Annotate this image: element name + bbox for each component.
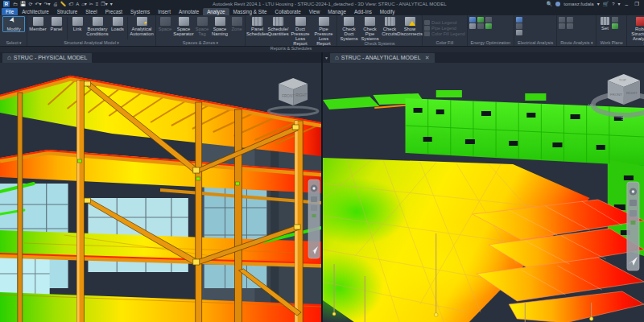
tag-icon[interactable]: 🏷 (68, 2, 73, 6)
user-menu-chevron-icon[interactable]: ▾ (597, 2, 600, 6)
ribbon-tab-modify[interactable]: Modify (376, 8, 399, 15)
restore-button[interactable]: ❐ (633, 1, 641, 7)
switch-windows-icon[interactable]: ❐▾ (101, 2, 107, 6)
user-name[interactable]: tomasz.fudala (564, 2, 593, 6)
orbit-icon[interactable] (312, 214, 316, 217)
check-duct-systems-button[interactable]: Check Duct Systems (339, 16, 359, 41)
help-chevron-icon[interactable]: ▾ (618, 2, 621, 6)
multiple-paths-icon[interactable] (567, 17, 573, 23)
generate-icon[interactable] (477, 17, 484, 23)
orbit-icon-2[interactable] (630, 221, 635, 225)
navigation-bar-physical[interactable] (308, 180, 320, 258)
check-pipe-systems-button[interactable]: Check Pipe Systems (360, 16, 380, 41)
ribbon-tab-steel[interactable]: Steel (81, 8, 101, 15)
tab-struc-analytical-model[interactable]: ⌂ STRUC - ANALYTICAL MODEL ✕ (330, 53, 435, 63)
route-settings-icon[interactable] (567, 23, 573, 29)
save-icon[interactable]: 💾 (20, 2, 27, 6)
member-button[interactable]: Member (29, 16, 47, 31)
panel-structural-label[interactable]: Structural Analysis (629, 41, 644, 47)
panel-workplane-label[interactable]: Work Plane (598, 40, 624, 46)
revit-logo-icon[interactable]: R (3, 1, 10, 7)
electrical-settings-icon[interactable] (516, 17, 522, 23)
systems-analysis-icon[interactable] (477, 23, 484, 29)
optimize-icon[interactable] (485, 17, 492, 23)
ribbon-tab-addins[interactable]: Add-Ins (350, 8, 376, 15)
ribbon-tab-structure[interactable]: Structure (53, 8, 82, 15)
zoom-icon[interactable] (311, 205, 317, 211)
panel-electrical-label[interactable]: Electrical Analysis (516, 40, 555, 46)
viewcube-right-face-2[interactable]: RIGHT (626, 91, 638, 95)
boundary-conditions-button[interactable]: Boundary Conditions (86, 16, 109, 36)
ribbon-tab-analyze[interactable]: Analyze (203, 8, 229, 15)
panel-energy-label[interactable]: Energy Optimization (469, 40, 513, 46)
check-circuits-button[interactable]: Check Circuits (381, 16, 398, 36)
redo-icon[interactable]: ↷▾ (44, 2, 51, 6)
viewer-icon[interactable] (612, 23, 618, 29)
viewcube-front-face-2[interactable]: FRONT (610, 93, 623, 97)
help-icon[interactable]: ? (612, 2, 614, 6)
analytical-model-canvas[interactable]: W S TOP FRONT RIGHT (323, 63, 644, 322)
customize-qat-icon[interactable]: ▾ (110, 2, 113, 6)
physical-model-canvas[interactable]: FRONT RIGHT (0, 63, 321, 322)
sync-icon[interactable]: ⟳ (29, 2, 33, 6)
pipe-pressure-loss-report-button[interactable]: Pipe Pressure Loss Report (312, 16, 335, 46)
panel-select-label[interactable]: Select (2, 40, 25, 46)
ribbon-tab-insert[interactable]: Insert (154, 8, 175, 15)
panel-check-label[interactable]: Check Systems (339, 41, 420, 47)
section-icon[interactable]: ✂ (89, 2, 93, 6)
panel-route-label[interactable]: Route Analysis (559, 40, 594, 46)
panel-schedules-button[interactable]: Panel Schedules (247, 16, 267, 36)
ribbon-tab-view[interactable]: View (305, 8, 324, 15)
show-work-plane-icon[interactable] (612, 17, 618, 23)
set-work-plane-button[interactable]: Set (598, 16, 611, 31)
viewcube-top-face[interactable]: TOP (619, 78, 626, 82)
power-analytical-icon[interactable] (516, 30, 522, 35)
load-analysis-icon[interactable] (516, 23, 522, 29)
compass-west[interactable]: W (588, 103, 593, 108)
space-separator-button[interactable]: Space Separator (173, 16, 194, 36)
user-avatar[interactable] (555, 2, 560, 6)
modify-button[interactable]: Modify (2, 16, 25, 32)
panel-reports-label[interactable]: Reports & Schedules (247, 46, 335, 52)
hvac-zones-icon[interactable] (485, 23, 492, 29)
print-icon[interactable]: 🖨 (53, 2, 58, 6)
viewcube-front-face[interactable]: FRONT (282, 94, 295, 98)
duct-pressure-loss-report-button[interactable]: Duct Pressure Loss Report (289, 16, 312, 46)
loads-button[interactable]: Loads (109, 16, 126, 31)
pan-icon[interactable] (311, 196, 317, 202)
panel-sam-label[interactable]: Structural Analytical Model (29, 40, 154, 46)
path-of-travel-icon[interactable] (559, 17, 565, 23)
view-list-chevron-icon[interactable]: ▾ (325, 55, 328, 60)
panel-spaces-label[interactable]: Spaces & Zones (158, 40, 243, 46)
minimize-button[interactable]: – (624, 2, 630, 7)
panel-button[interactable]: Panel (47, 16, 65, 31)
measure-icon[interactable]: 📏 (60, 2, 67, 6)
space-naming-button[interactable]: Space Naming (210, 16, 229, 36)
ribbon-tab-manage[interactable]: Manage (324, 8, 350, 15)
analytical-automation-button[interactable]: Analytical Automation (130, 16, 154, 36)
navigation-bar-analytical[interactable] (627, 182, 639, 270)
ribbon-tab-precast[interactable]: Precast (101, 8, 126, 15)
thin-lines-icon[interactable]: ≡ (96, 2, 99, 6)
robot-structural-analysis-button[interactable]: Robot Structural Analysis (629, 16, 644, 41)
ribbon-tab-collaborate[interactable]: Collaborate (271, 8, 305, 15)
3d-view-icon[interactable]: ⌂▾ (81, 2, 87, 6)
energy-settings-icon[interactable] (469, 17, 476, 23)
open-file-icon[interactable]: 🗀 (13, 2, 18, 6)
ribbon-tab-file[interactable]: File (2, 8, 18, 15)
ribbon-tab-massing-site[interactable]: Massing & Site (229, 8, 271, 15)
schedule-quantities-button[interactable]: Schedule/ Quantities (268, 16, 288, 36)
app-store-icon[interactable]: 🛒 (603, 2, 609, 6)
panel-colorfill-label[interactable]: Color Fill (424, 40, 465, 46)
ribbon-tab-architecture[interactable]: Architecture (18, 8, 53, 15)
link-button[interactable]: Link (69, 16, 85, 31)
close-view-icon[interactable]: ✕ (423, 55, 430, 61)
energy-model-icon[interactable] (469, 23, 476, 29)
ribbon-tab-annotate[interactable]: Annotate (175, 8, 203, 15)
show-disconnects-button[interactable]: Show Disconnects (399, 16, 420, 36)
ribbon-tab-systems[interactable]: Systems (126, 8, 154, 15)
tab-struc-physical-model[interactable]: ⌂ STRUC - PHYSICAL MODEL (2, 53, 92, 63)
search-icon[interactable]: 🔍 (547, 2, 553, 6)
zoom-icon-2[interactable] (630, 210, 637, 217)
reveal-obstacles-icon[interactable] (559, 23, 565, 29)
